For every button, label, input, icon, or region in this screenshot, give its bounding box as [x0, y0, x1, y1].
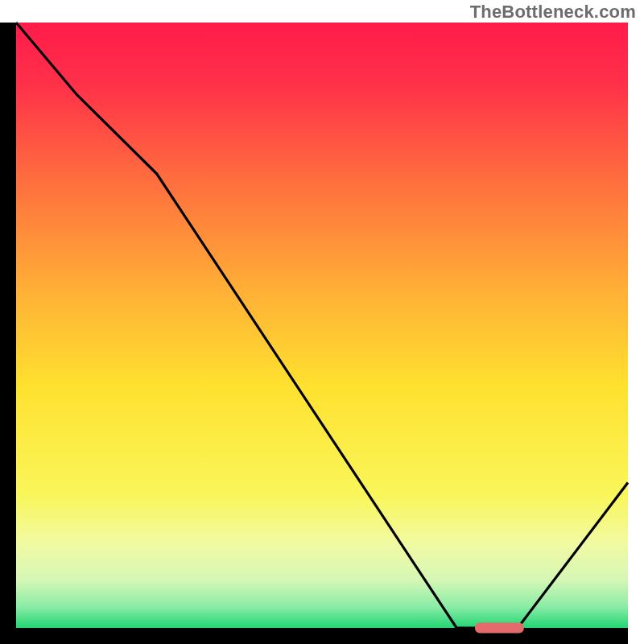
gradient-area [16, 23, 628, 628]
axis-left-border [0, 23, 16, 644]
axis-bottom-border [0, 628, 628, 644]
optimum-marker [475, 623, 524, 634]
bottleneck-chart: TheBottleneck.com [0, 0, 644, 644]
watermark-text: TheBottleneck.com [470, 2, 636, 23]
chart-svg [0, 0, 644, 644]
